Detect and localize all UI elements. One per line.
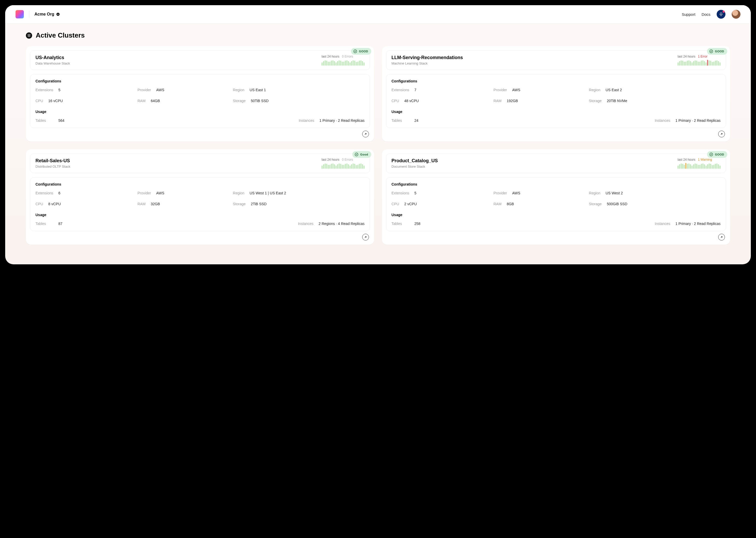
label-storage: Storage: [589, 99, 602, 103]
value-tables: 564: [58, 118, 64, 123]
errors-count: 1 Warning: [698, 158, 712, 161]
value-instances: 1 Primary · 2 Read Replicas: [676, 118, 721, 123]
value-cpu: 16 vCPU: [48, 99, 63, 103]
notifications-button[interactable]: [717, 10, 726, 19]
config-section: ConfigurationsExtensions5ProviderAWSRegi…: [386, 177, 726, 231]
label-storage: Storage: [589, 202, 602, 206]
cluster-stack: Machine Learning Stack: [392, 61, 463, 65]
avatar[interactable]: [732, 10, 740, 19]
value-extensions: 5: [414, 191, 416, 195]
status-badge: GOOD: [351, 48, 371, 55]
label-ram: RAM: [494, 99, 501, 103]
section-title-usage: Usage: [392, 110, 721, 114]
section-title-config: Configurations: [392, 79, 721, 83]
value-cpu: 8 vCPU: [48, 202, 61, 206]
value-tables: 258: [414, 222, 420, 226]
cluster-grid: GOODUS-AnalyticsData Warehouse Stacklast…: [26, 46, 730, 244]
label-instances: Instances: [299, 118, 314, 123]
cluster-stack: Distributed OLTP Stack: [35, 165, 71, 168]
status-text: Good: [360, 153, 368, 156]
config-section: ConfigurationsExtensions6ProviderAWSRegi…: [30, 177, 370, 231]
status-text: GOOD: [715, 50, 724, 53]
label-provider: Provider: [137, 191, 151, 195]
label-tables: Tables: [392, 222, 402, 226]
config-section: ConfigurationsExtensions5ProviderAWSRegi…: [30, 74, 370, 128]
cluster-name[interactable]: LLM-Serving-Recommendations: [392, 55, 463, 60]
value-provider: AWS: [512, 88, 520, 92]
value-extensions: 5: [58, 88, 60, 92]
sparkline: [321, 60, 364, 66]
value-instances: 1 Primary · 2 Read Replicas: [676, 222, 721, 226]
app-logo[interactable]: [16, 10, 24, 19]
timeframe-label: last 24 hours: [678, 55, 695, 58]
label-storage: Storage: [233, 202, 246, 206]
cluster-name[interactable]: US-Analytics: [35, 55, 70, 60]
open-cluster-button[interactable]: [362, 131, 369, 137]
label-extensions: Extensions: [35, 191, 53, 195]
sparkline: [678, 163, 721, 169]
section-title-config: Configurations: [35, 182, 364, 186]
label-cpu: CPU: [35, 99, 43, 103]
config-section: ConfigurationsExtensions7ProviderAWSRegi…: [386, 74, 726, 128]
errors-count: 0 Errors: [342, 158, 353, 161]
label-cpu: CPU: [392, 99, 399, 103]
cluster-name[interactable]: Retail-Sales-US: [35, 158, 71, 164]
value-tables: 87: [58, 222, 63, 226]
section-title-usage: Usage: [35, 110, 364, 114]
cluster-card: GOODUS-AnalyticsData Warehouse Stacklast…: [26, 46, 374, 141]
value-extensions: 7: [414, 88, 416, 92]
cluster-header: GOODUS-AnalyticsData Warehouse Stacklast…: [30, 50, 370, 70]
value-storage: 50TiB SSD: [251, 99, 269, 103]
arrow-up-right-icon: [720, 236, 723, 239]
label-region: Region: [233, 191, 244, 195]
label-tables: Tables: [35, 222, 46, 226]
value-region: US West 2: [606, 191, 623, 195]
value-storage: 2TiB SSD: [251, 202, 267, 206]
nav-docs[interactable]: Docs: [702, 12, 710, 17]
value-provider: AWS: [156, 88, 164, 92]
check-circle-icon: [709, 49, 713, 53]
value-region: US East 1: [250, 88, 266, 92]
errors-count: 1 Error: [698, 55, 708, 58]
status-text: GOOD: [359, 50, 368, 53]
value-provider: AWS: [156, 191, 164, 195]
cluster-header: GOODLLM-Serving-RecommendationsMachine L…: [386, 50, 726, 70]
cluster-name[interactable]: Product_Catalog_US: [392, 158, 438, 164]
label-extensions: Extensions: [392, 88, 409, 92]
value-ram: 8GB: [507, 202, 514, 206]
arrow-up-right-icon: [364, 236, 367, 239]
label-region: Region: [589, 88, 600, 92]
svg-point-2: [710, 50, 713, 53]
value-extensions: 6: [58, 191, 60, 195]
status-badge: GOOD: [707, 151, 727, 158]
open-cluster-button[interactable]: [718, 131, 725, 137]
arrow-up-right-icon: [364, 133, 367, 135]
nav-support[interactable]: Support: [682, 12, 695, 17]
value-region: US East 2: [606, 88, 622, 92]
check-circle-icon: [353, 49, 357, 53]
value-storage: 500GiB SSD: [607, 202, 627, 206]
label-ram: RAM: [494, 202, 501, 206]
org-switcher[interactable]: Acme Org: [34, 12, 60, 17]
timeframe-label: last 24 hours: [321, 55, 339, 58]
label-extensions: Extensions: [392, 191, 409, 195]
errors-count: 0 Errors: [342, 55, 353, 58]
svg-point-1: [354, 50, 357, 53]
label-extensions: Extensions: [35, 88, 53, 92]
open-cluster-button[interactable]: [362, 234, 369, 241]
label-region: Region: [589, 191, 600, 195]
section-title-config: Configurations: [392, 182, 721, 186]
value-provider: AWS: [512, 191, 520, 195]
cluster-card: GoodRetail-Sales-USDistributed OLTP Stac…: [26, 149, 374, 244]
layers-icon: [26, 32, 32, 39]
label-tables: Tables: [35, 118, 46, 123]
page-title: Active Clusters: [36, 31, 85, 39]
label-provider: Provider: [494, 88, 507, 92]
value-instances: 2 Regions · 4 Read Replicas: [319, 222, 364, 226]
open-cluster-button[interactable]: [718, 234, 725, 241]
section-title-usage: Usage: [35, 213, 364, 217]
value-storage: 20TiB NVMe: [607, 99, 627, 103]
value-region: US West 1 | US East 2: [250, 191, 286, 195]
label-region: Region: [233, 88, 244, 92]
sparkline: [321, 163, 364, 169]
